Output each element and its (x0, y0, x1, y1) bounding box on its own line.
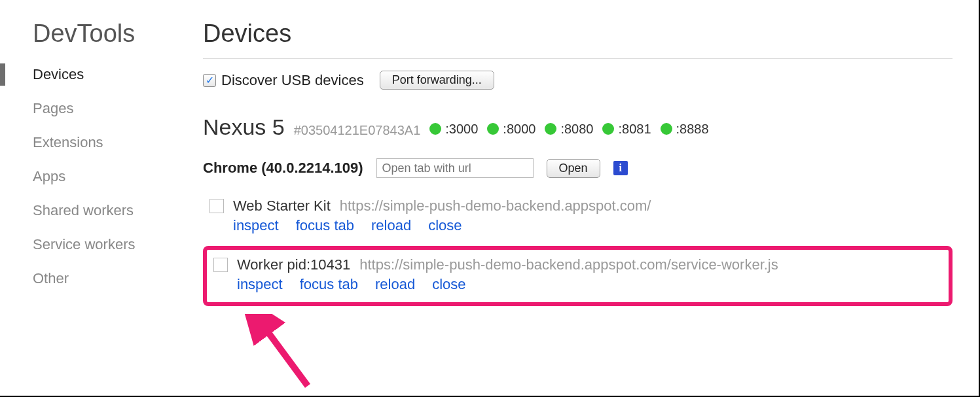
options-row: ✓ Discover USB devices Port forwarding..… (203, 71, 953, 90)
focus-tab-link[interactable]: focus tab (300, 276, 358, 293)
discover-usb-label: Discover USB devices (221, 72, 364, 89)
browser-row: Chrome (40.0.2214.109) Open i (203, 158, 953, 178)
open-tab-button[interactable]: Open (547, 159, 600, 178)
brand-title: DevTools (33, 20, 183, 48)
open-tab-url-input[interactable] (376, 158, 534, 178)
close-link[interactable]: close (432, 276, 465, 293)
focus-tab-link[interactable]: focus tab (296, 217, 354, 234)
status-dot-icon (429, 123, 441, 135)
sidebar-item-service-workers[interactable]: Service workers (33, 236, 183, 253)
port-forwarding-button[interactable]: Port forwarding... (380, 71, 494, 90)
port-label: :8888 (676, 122, 709, 137)
port-indicator: :8081 (602, 122, 651, 137)
status-dot-icon (487, 123, 499, 135)
port-indicator: :8888 (661, 122, 709, 137)
checkbox-icon: ✓ (203, 74, 216, 87)
port-indicator: :8000 (487, 122, 535, 137)
close-link[interactable]: close (428, 217, 462, 234)
tab-title: Worker pid:10431 (237, 256, 350, 273)
port-label: :8000 (503, 122, 535, 137)
sidebar-item-shared-workers[interactable]: Shared workers (33, 202, 183, 219)
browser-name: Chrome (40.0.2214.109) (203, 160, 363, 177)
port-label: :8080 (560, 122, 593, 137)
inspect-link[interactable]: inspect (237, 276, 283, 293)
reload-link[interactable]: reload (371, 217, 411, 234)
favicon-placeholder-icon (209, 199, 224, 213)
port-indicator: :8080 (545, 122, 593, 137)
tab-row: Web Starter Kit https://simple-push-demo… (203, 191, 953, 243)
sidebar-item-apps[interactable]: Apps (33, 168, 183, 185)
tab-row-highlighted: Worker pid:10431 https://simple-push-dem… (203, 246, 953, 306)
page-title: Devices (203, 20, 953, 59)
info-icon[interactable]: i (613, 161, 628, 175)
favicon-placeholder-icon (213, 258, 228, 272)
sidebar-item-pages[interactable]: Pages (33, 100, 183, 117)
device-id: #03504121E07843A1 (294, 123, 421, 138)
tab-url: https://simple-push-demo-backend.appspot… (359, 256, 778, 273)
inspect-link[interactable]: inspect (233, 217, 279, 234)
sidebar-item-extensions[interactable]: Extensions (33, 134, 183, 151)
discover-usb-toggle[interactable]: ✓ Discover USB devices (203, 72, 364, 89)
status-dot-icon (661, 123, 672, 135)
tab-title: Web Starter Kit (233, 198, 331, 215)
status-dot-icon (602, 123, 614, 135)
status-dot-icon (545, 123, 556, 135)
port-label: :8081 (618, 122, 651, 137)
sidebar-item-other[interactable]: Other (33, 270, 183, 287)
tab-url: https://simple-push-demo-backend.appspot… (340, 198, 651, 215)
device-name: Nexus 5 (203, 114, 285, 140)
reload-link[interactable]: reload (375, 276, 415, 293)
port-indicator: :3000 (429, 122, 478, 137)
main-content: Devices ✓ Discover USB devices Port forw… (183, 0, 979, 396)
sidebar-item-devices[interactable]: Devices (33, 66, 183, 83)
port-label: :3000 (445, 122, 478, 137)
sidebar: DevTools Devices Pages Extensions Apps S… (0, 0, 183, 396)
device-header: Nexus 5 #03504121E07843A1 :3000 :8000 :8… (203, 114, 953, 140)
